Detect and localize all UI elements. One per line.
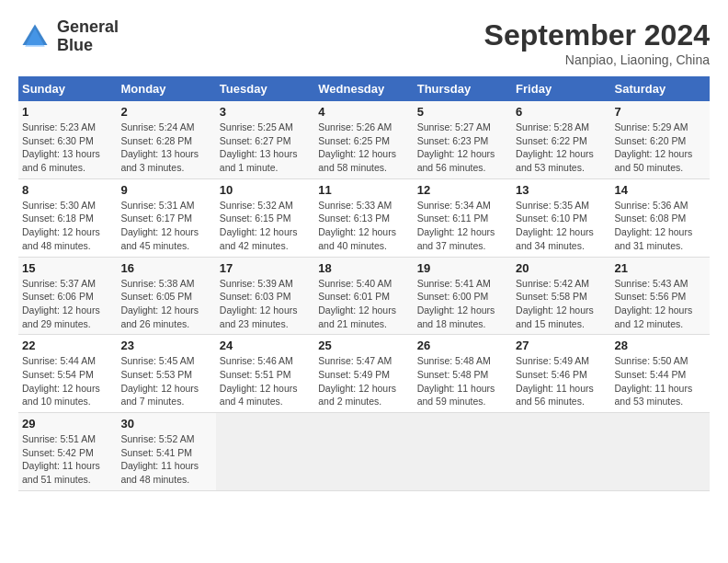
- title-block: September 2024 Nanpiao, Liaoning, China: [484, 18, 710, 67]
- calendar-cell: [512, 413, 610, 491]
- day-info: Sunrise: 5:33 AM Sunset: 6:13 PM Dayligh…: [318, 199, 409, 253]
- calendar-cell: 12Sunrise: 5:34 AM Sunset: 6:11 PM Dayli…: [414, 178, 512, 257]
- day-number: 3: [220, 105, 311, 119]
- day-number: 21: [615, 261, 706, 275]
- calendar-cell: 5Sunrise: 5:27 AM Sunset: 6:23 PM Daylig…: [414, 101, 512, 178]
- calendar-cell: 4Sunrise: 5:26 AM Sunset: 6:25 PM Daylig…: [314, 101, 413, 178]
- calendar-cell: 21Sunrise: 5:43 AM Sunset: 5:56 PM Dayli…: [611, 257, 710, 335]
- day-info: Sunrise: 5:50 AM Sunset: 5:44 PM Dayligh…: [615, 354, 706, 408]
- day-info: Sunrise: 5:31 AM Sunset: 6:17 PM Dayligh…: [120, 199, 211, 253]
- calendar-week-row: 29Sunrise: 5:51 AM Sunset: 5:42 PM Dayli…: [18, 413, 710, 491]
- calendar-cell: 6Sunrise: 5:28 AM Sunset: 6:22 PM Daylig…: [512, 101, 610, 178]
- location: Nanpiao, Liaoning, China: [484, 52, 710, 67]
- day-number: 14: [615, 183, 706, 197]
- calendar-cell: 8Sunrise: 5:30 AM Sunset: 6:18 PM Daylig…: [18, 178, 117, 257]
- calendar-cell: 9Sunrise: 5:31 AM Sunset: 6:17 PM Daylig…: [117, 178, 215, 257]
- calendar-cell: 26Sunrise: 5:48 AM Sunset: 5:48 PM Dayli…: [414, 335, 512, 413]
- day-number: 15: [22, 261, 113, 275]
- calendar-table: SundayMondayTuesdayWednesdayThursdayFrid…: [18, 76, 710, 491]
- calendar-cell: 22Sunrise: 5:44 AM Sunset: 5:54 PM Dayli…: [18, 335, 117, 413]
- calendar-cell: 17Sunrise: 5:39 AM Sunset: 6:03 PM Dayli…: [216, 257, 314, 335]
- weekday-header-saturday: Saturday: [611, 76, 710, 101]
- day-number: 17: [220, 261, 311, 275]
- weekday-header-wednesday: Wednesday: [314, 76, 413, 101]
- day-number: 12: [417, 183, 508, 197]
- day-info: Sunrise: 5:47 AM Sunset: 5:49 PM Dayligh…: [318, 354, 409, 408]
- logo-text: General Blue: [57, 18, 119, 55]
- calendar-cell: 20Sunrise: 5:42 AM Sunset: 5:58 PM Dayli…: [512, 257, 610, 335]
- day-number: 9: [120, 183, 211, 197]
- calendar-cell: 11Sunrise: 5:33 AM Sunset: 6:13 PM Dayli…: [314, 178, 413, 257]
- page-header: General Blue September 2024 Nanpiao, Lia…: [18, 18, 710, 67]
- day-number: 20: [516, 261, 607, 275]
- logo: General Blue: [18, 18, 119, 55]
- day-info: Sunrise: 5:43 AM Sunset: 5:56 PM Dayligh…: [615, 277, 706, 331]
- calendar-cell: 14Sunrise: 5:36 AM Sunset: 6:08 PM Dayli…: [611, 178, 710, 257]
- weekday-header-row: SundayMondayTuesdayWednesdayThursdayFrid…: [18, 76, 710, 101]
- day-number: 11: [318, 183, 409, 197]
- calendar-week-row: 1Sunrise: 5:23 AM Sunset: 6:30 PM Daylig…: [18, 101, 710, 178]
- day-info: Sunrise: 5:27 AM Sunset: 6:23 PM Dayligh…: [417, 121, 508, 175]
- day-number: 13: [516, 183, 607, 197]
- day-info: Sunrise: 5:35 AM Sunset: 6:10 PM Dayligh…: [516, 199, 607, 253]
- day-info: Sunrise: 5:34 AM Sunset: 6:11 PM Dayligh…: [417, 199, 508, 253]
- day-info: Sunrise: 5:51 AM Sunset: 5:42 PM Dayligh…: [22, 432, 113, 487]
- calendar-cell: 15Sunrise: 5:37 AM Sunset: 6:06 PM Dayli…: [18, 257, 117, 335]
- day-number: 1: [22, 105, 113, 119]
- weekday-header-sunday: Sunday: [18, 76, 117, 101]
- day-number: 16: [120, 261, 211, 275]
- day-info: Sunrise: 5:42 AM Sunset: 5:58 PM Dayligh…: [516, 277, 607, 331]
- calendar-cell: [216, 413, 314, 491]
- month-year: September 2024: [484, 18, 710, 52]
- calendar-cell: 3Sunrise: 5:25 AM Sunset: 6:27 PM Daylig…: [216, 101, 314, 178]
- day-number: 23: [120, 339, 211, 352]
- calendar-cell: [314, 413, 413, 491]
- day-info: Sunrise: 5:32 AM Sunset: 6:15 PM Dayligh…: [220, 199, 311, 253]
- calendar-cell: 23Sunrise: 5:45 AM Sunset: 5:53 PM Dayli…: [117, 335, 215, 413]
- calendar-cell: 7Sunrise: 5:29 AM Sunset: 6:20 PM Daylig…: [611, 101, 710, 178]
- day-number: 29: [22, 417, 113, 431]
- day-info: Sunrise: 5:24 AM Sunset: 6:28 PM Dayligh…: [120, 121, 211, 175]
- calendar-cell: 19Sunrise: 5:41 AM Sunset: 6:00 PM Dayli…: [414, 257, 512, 335]
- calendar-cell: 27Sunrise: 5:49 AM Sunset: 5:46 PM Dayli…: [512, 335, 610, 413]
- calendar-week-row: 8Sunrise: 5:30 AM Sunset: 6:18 PM Daylig…: [18, 178, 710, 257]
- day-info: Sunrise: 5:52 AM Sunset: 5:41 PM Dayligh…: [120, 432, 211, 487]
- calendar-week-row: 22Sunrise: 5:44 AM Sunset: 5:54 PM Dayli…: [18, 335, 710, 413]
- day-info: Sunrise: 5:39 AM Sunset: 6:03 PM Dayligh…: [220, 277, 311, 331]
- day-number: 8: [22, 183, 113, 197]
- day-number: 7: [615, 105, 706, 119]
- day-number: 6: [516, 105, 607, 119]
- day-info: Sunrise: 5:46 AM Sunset: 5:51 PM Dayligh…: [220, 354, 311, 408]
- calendar-cell: 13Sunrise: 5:35 AM Sunset: 6:10 PM Dayli…: [512, 178, 610, 257]
- day-info: Sunrise: 5:45 AM Sunset: 5:53 PM Dayligh…: [120, 354, 211, 408]
- day-info: Sunrise: 5:44 AM Sunset: 5:54 PM Dayligh…: [22, 354, 113, 408]
- day-number: 26: [417, 339, 508, 352]
- day-number: 10: [220, 183, 311, 197]
- calendar-cell: 18Sunrise: 5:40 AM Sunset: 6:01 PM Dayli…: [314, 257, 413, 335]
- day-info: Sunrise: 5:25 AM Sunset: 6:27 PM Dayligh…: [220, 121, 311, 175]
- day-number: 4: [318, 105, 409, 119]
- day-info: Sunrise: 5:30 AM Sunset: 6:18 PM Dayligh…: [22, 199, 113, 253]
- day-number: 18: [318, 261, 409, 275]
- weekday-header-friday: Friday: [512, 76, 610, 101]
- weekday-header-tuesday: Tuesday: [216, 76, 314, 101]
- day-info: Sunrise: 5:26 AM Sunset: 6:25 PM Dayligh…: [318, 121, 409, 175]
- calendar-cell: 16Sunrise: 5:38 AM Sunset: 6:05 PM Dayli…: [117, 257, 215, 335]
- weekday-header-monday: Monday: [117, 76, 215, 101]
- day-number: 25: [318, 339, 409, 352]
- day-number: 27: [516, 339, 607, 352]
- day-number: 2: [120, 105, 211, 119]
- weekday-header-thursday: Thursday: [414, 76, 512, 101]
- calendar-cell: 24Sunrise: 5:46 AM Sunset: 5:51 PM Dayli…: [216, 335, 314, 413]
- logo-icon: [18, 20, 51, 53]
- day-info: Sunrise: 5:48 AM Sunset: 5:48 PM Dayligh…: [417, 354, 508, 408]
- day-info: Sunrise: 5:40 AM Sunset: 6:01 PM Dayligh…: [318, 277, 409, 331]
- day-number: 28: [615, 339, 706, 352]
- day-info: Sunrise: 5:28 AM Sunset: 6:22 PM Dayligh…: [516, 121, 607, 175]
- calendar-cell: 28Sunrise: 5:50 AM Sunset: 5:44 PM Dayli…: [611, 335, 710, 413]
- calendar-cell: [414, 413, 512, 491]
- day-info: Sunrise: 5:23 AM Sunset: 6:30 PM Dayligh…: [22, 121, 113, 175]
- calendar-cell: 25Sunrise: 5:47 AM Sunset: 5:49 PM Dayli…: [314, 335, 413, 413]
- calendar-cell: 1Sunrise: 5:23 AM Sunset: 6:30 PM Daylig…: [18, 101, 117, 178]
- day-info: Sunrise: 5:37 AM Sunset: 6:06 PM Dayligh…: [22, 277, 113, 331]
